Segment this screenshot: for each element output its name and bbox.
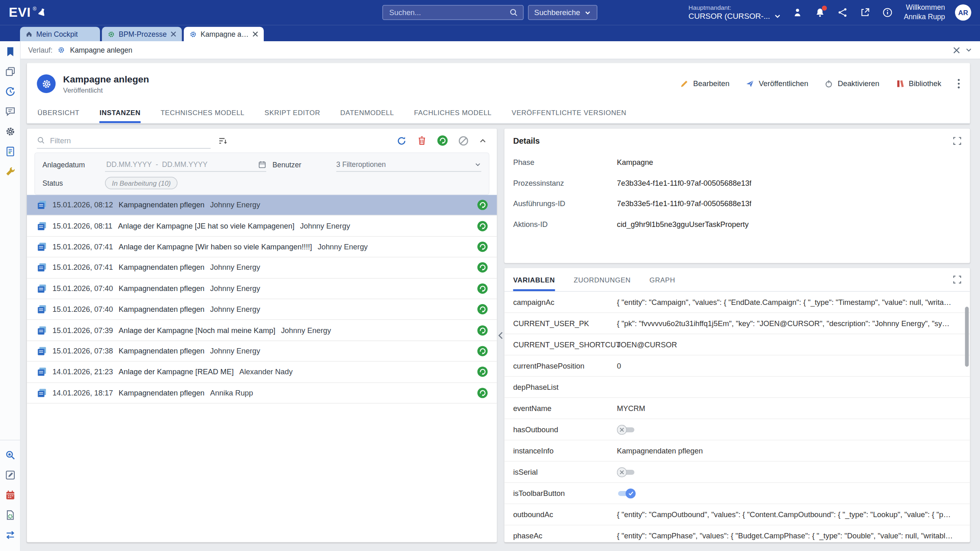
bookmark-icon[interactable] xyxy=(4,46,15,57)
instance-row[interactable]: 15.01.2026, 08:11 Anlage der Kampagne [J… xyxy=(27,216,497,237)
tab-veroeffentlichte-versionen[interactable]: VERÖFFENTLICHTE VERSIONEN xyxy=(512,102,626,123)
anlagedatum-input[interactable] xyxy=(105,160,254,169)
verlauf-dropdown-button[interactable] xyxy=(965,46,972,53)
running-status-icon[interactable] xyxy=(477,366,488,378)
assistant-button[interactable] xyxy=(791,6,804,19)
tab-kampagne-anlegen[interactable]: Kampagne anlegen xyxy=(184,27,264,41)
tab-fachliches-modell[interactable]: FACHLICHES MODELL xyxy=(414,102,492,123)
instance-row[interactable]: 15.01.2026, 07:40 Kampagnendaten pflegen… xyxy=(27,278,497,299)
running-status-icon[interactable] xyxy=(477,345,488,357)
status-filter-chip[interactable]: In Bearbeitung (10) xyxy=(105,176,178,189)
tab-zuordnungen[interactable]: ZUORDNUNGEN xyxy=(574,268,631,291)
variable-row[interactable]: isSerial xyxy=(504,462,970,483)
verlauf-close-button[interactable] xyxy=(953,47,960,53)
running-status-icon[interactable] xyxy=(477,283,488,294)
anlagedatum-field[interactable] xyxy=(105,158,266,172)
share-button[interactable] xyxy=(836,6,849,19)
variable-row[interactable]: eventName MYCRM xyxy=(504,398,970,419)
instances-filter-field[interactable] xyxy=(37,133,211,148)
swap-arrows-icon[interactable] xyxy=(4,530,15,540)
instance-row[interactable]: 15.01.2026, 07:41 Kampagnendaten pflegen… xyxy=(27,258,497,278)
running-status-icon[interactable] xyxy=(477,241,488,253)
toggle-off[interactable] xyxy=(617,467,636,477)
calendar-icon[interactable] xyxy=(4,490,15,500)
tab-datenmodell[interactable]: DATENMODELL xyxy=(340,102,394,123)
history-icon[interactable] xyxy=(4,86,15,97)
cancel-instance-button[interactable] xyxy=(458,135,469,146)
variable-row[interactable]: depPhaseList xyxy=(504,377,970,398)
wrench-icon[interactable] xyxy=(4,166,15,177)
instance-row[interactable]: 15.01.2026, 07:38 Kampagnendaten pflegen… xyxy=(27,341,497,362)
tab-uebersicht[interactable]: ÜBERSICHT xyxy=(38,102,80,123)
settings-gear-icon[interactable] xyxy=(4,126,15,137)
search-scope-button[interactable]: Suchbereiche xyxy=(528,5,597,20)
close-tab-icon[interactable] xyxy=(171,31,176,37)
running-status-icon[interactable] xyxy=(477,304,488,315)
running-status-icon[interactable] xyxy=(477,262,488,273)
tab-graph[interactable]: GRAPH xyxy=(650,268,675,291)
library-button[interactable]: Bibliothek xyxy=(895,79,941,88)
variable-row[interactable]: CURRENT_USER_PK { "pk": "fvvvvvu6o2tu31i… xyxy=(504,313,970,334)
variable-row[interactable]: campaignAc { "entity": "Campaign", "valu… xyxy=(504,292,970,313)
toggle-off[interactable] xyxy=(617,424,636,434)
document-settings-icon[interactable] xyxy=(4,510,15,520)
tab-variablen[interactable]: VARIABLEN xyxy=(513,268,555,291)
instance-row[interactable]: 15.01.2026, 08:12 Kampagnendaten pflegen… xyxy=(27,195,497,216)
avatar[interactable]: AR xyxy=(955,4,971,21)
calendar-icon[interactable] xyxy=(258,160,266,169)
resume-instance-button[interactable] xyxy=(437,135,448,147)
tab-skript-editor[interactable]: SKRIPT EDITOR xyxy=(265,102,320,123)
info-button[interactable] xyxy=(881,6,894,19)
running-status-icon[interactable] xyxy=(477,220,488,232)
variable-row[interactable]: outboundAc { "entity": "CampOutbound", "… xyxy=(504,504,970,525)
edit-button[interactable]: Bearbeiten xyxy=(680,79,729,88)
feedback-chat-icon[interactable] xyxy=(4,106,15,117)
variable-row[interactable]: phaseAc { "entity": "CampPhase", "values… xyxy=(504,525,970,542)
collapse-filter-button[interactable] xyxy=(479,136,487,144)
hauptmandant-selector[interactable]: Hauptmandant: CURSOR (CURSOR-... xyxy=(688,4,781,21)
variable-row[interactable]: CURRENT_USER_SHORTCUT JOEN@CURSOR xyxy=(504,334,970,355)
instance-row[interactable]: 15.01.2026, 07:40 Kampagnendaten pflegen… xyxy=(27,299,497,320)
report-document-icon[interactable] xyxy=(4,146,15,157)
search-input[interactable] xyxy=(388,7,509,17)
refresh-button[interactable] xyxy=(396,135,407,146)
running-status-icon[interactable] xyxy=(477,200,488,211)
variables-scrollbar[interactable] xyxy=(965,293,969,540)
running-status-icon[interactable] xyxy=(477,387,488,399)
tab-bpm-prozesse[interactable]: BPM-Prozesse xyxy=(102,27,182,41)
deactivate-button[interactable]: Deaktivieren xyxy=(824,79,879,88)
publish-button[interactable]: Veröffentlichen xyxy=(746,79,808,88)
variable-row[interactable]: currentPhasePosition 0 xyxy=(504,355,970,377)
instances-filter-input[interactable] xyxy=(49,135,210,145)
scrollbar-thumb[interactable] xyxy=(965,307,969,367)
panel-collapse-handle[interactable] xyxy=(497,129,504,542)
app-logo[interactable]: EVI ® xyxy=(9,6,46,20)
benutzer-dropdown[interactable]: 3 Filteroptionen xyxy=(336,158,481,172)
instance-row[interactable]: 15.01.2026, 07:39 Anlage der Kampagne [N… xyxy=(27,320,497,341)
tab-instanzen[interactable]: INSTANZEN xyxy=(100,102,141,123)
verlauf-item[interactable]: Kampagne anlegen xyxy=(70,46,132,53)
variable-row[interactable]: isToolbarButton xyxy=(504,483,970,504)
toggle-on[interactable] xyxy=(617,488,636,498)
note-edit-icon[interactable] xyxy=(4,470,15,480)
close-tab-icon[interactable] xyxy=(252,31,258,37)
instance-row[interactable]: 14.01.2026, 21:23 Anlage der Kampagne [R… xyxy=(27,362,497,382)
delete-button[interactable] xyxy=(417,136,427,145)
running-status-icon[interactable] xyxy=(477,324,488,336)
more-options-button[interactable] xyxy=(958,79,960,89)
instance-row[interactable]: 14.01.2026, 18:17 Kampagnendaten pflegen… xyxy=(27,383,497,404)
instance-row[interactable]: 15.01.2026, 07:41 Anlage der Kampagne [W… xyxy=(27,237,497,258)
expand-icon[interactable] xyxy=(953,137,961,145)
global-search[interactable] xyxy=(382,5,523,20)
sort-button[interactable] xyxy=(218,136,227,145)
search-icon[interactable] xyxy=(509,8,518,17)
open-external-button[interactable] xyxy=(859,6,871,19)
expand-icon[interactable] xyxy=(953,276,961,284)
variable-row[interactable]: hasOutbound xyxy=(504,419,970,440)
notifications-button[interactable] xyxy=(814,6,826,19)
tab-technisches-modell[interactable]: TECHNISCHES MODELL xyxy=(160,102,245,123)
windows-copy-icon[interactable] xyxy=(4,66,15,77)
tab-mein-cockpit[interactable]: Mein Cockpit xyxy=(20,27,100,41)
star-search-icon[interactable] xyxy=(4,450,15,460)
variable-row[interactable]: instanceInfo Kampagnendaten pflegen xyxy=(504,440,970,462)
